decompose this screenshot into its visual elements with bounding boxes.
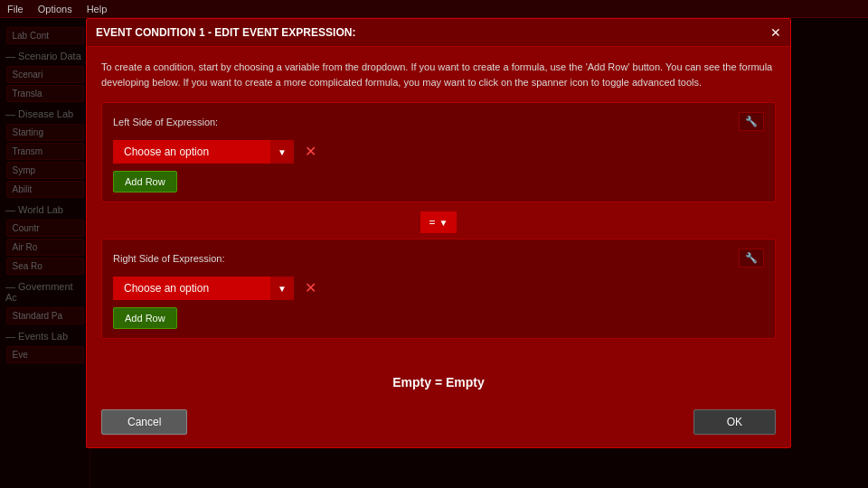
modal-title: EVENT CONDITION 1 - EDIT EVENT EXPRESSIO… — [96, 26, 355, 39]
right-dropdown-arrow-icon: ▼ — [270, 277, 294, 300]
operator-arrow-icon: ▼ — [439, 218, 448, 228]
right-dropdown-button[interactable]: Choose an option ▼ — [113, 277, 294, 300]
left-spanner-icon: 🔧 — [745, 116, 758, 127]
right-spanner-button[interactable]: 🔧 — [739, 249, 764, 267]
left-expression-title: Left Side of Expression: — [113, 117, 218, 127]
right-row-container: Choose an option ▼ ✕ — [113, 277, 764, 300]
modal-body: To create a condition, start by choosing… — [87, 47, 790, 361]
left-delete-button[interactable]: ✕ — [301, 145, 320, 159]
menu-options[interactable]: Options — [38, 4, 72, 14]
modal-description: To create a condition, start by choosing… — [101, 60, 776, 89]
modal-dialog: EVENT CONDITION 1 - EDIT EVENT EXPRESSIO… — [86, 18, 791, 448]
left-dropdown-wrapper: Choose an option ▼ — [113, 140, 294, 164]
operator-button[interactable]: = ▼ — [420, 211, 458, 233]
right-spanner-icon: 🔧 — [745, 252, 758, 263]
left-dropdown-text: Choose an option — [124, 145, 209, 158]
left-dropdown-button[interactable]: Choose an option ▼ — [113, 140, 294, 164]
menu-bar: File Options Help — [0, 0, 868, 18]
modal-titlebar: EVENT CONDITION 1 - EDIT EVENT EXPRESSIO… — [87, 19, 790, 47]
left-expression-panel: Left Side of Expression: 🔧 Choose an opt… — [101, 102, 776, 202]
left-addrow-container: Add Row — [113, 171, 764, 192]
menu-file[interactable]: File — [7, 4, 24, 14]
right-expression-label: Right Side of Expression: 🔧 — [113, 249, 764, 267]
right-dropdown-text: Choose an option — [124, 282, 209, 295]
left-add-row-button[interactable]: Add Row — [113, 171, 177, 192]
operator-label: = — [429, 216, 436, 229]
modal-close-button[interactable]: ✕ — [770, 26, 781, 39]
formula-display: Empty = Empty — [87, 361, 790, 402]
modal-footer: Cancel OK — [87, 402, 790, 447]
right-add-row-button[interactable]: Add Row — [113, 307, 177, 329]
left-row-container: Choose an option ▼ ✕ — [113, 140, 764, 164]
left-spanner-button[interactable]: 🔧 — [739, 112, 764, 131]
cancel-button[interactable]: Cancel — [101, 409, 187, 435]
left-dropdown-arrow-icon: ▼ — [270, 140, 294, 164]
right-expression-title: Right Side of Expression: — [113, 253, 225, 264]
ok-button[interactable]: OK — [693, 409, 776, 435]
right-expression-panel: Right Side of Expression: 🔧 Choose an op… — [101, 239, 776, 339]
right-dropdown-wrapper: Choose an option ▼ — [113, 277, 294, 300]
right-delete-button[interactable]: ✕ — [301, 281, 320, 296]
left-expression-label: Left Side of Expression: 🔧 — [113, 112, 764, 131]
right-addrow-container: Add Row — [113, 307, 764, 329]
menu-help[interactable]: Help — [87, 4, 108, 14]
operator-row: = ▼ — [101, 211, 776, 233]
